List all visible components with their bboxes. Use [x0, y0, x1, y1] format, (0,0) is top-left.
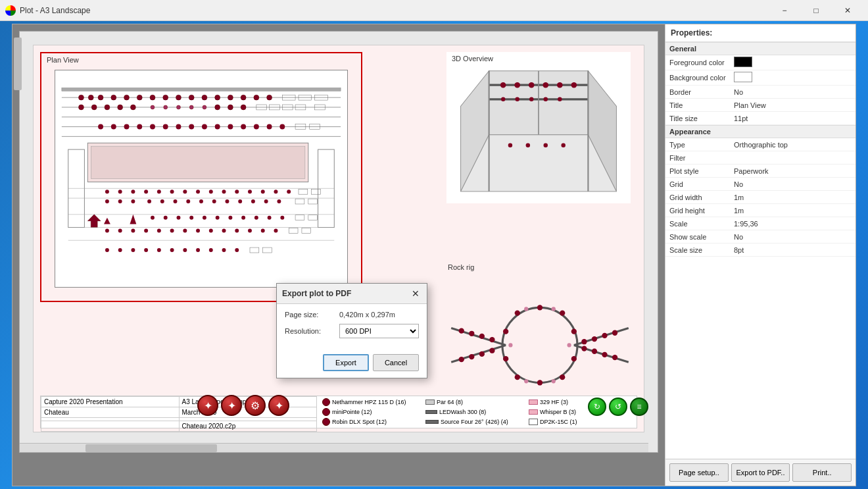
svg-point-172 [469, 331, 474, 336]
prop-plot-style[interactable]: Plot style Paperwork [665, 165, 856, 178]
svg-point-45 [98, 124, 103, 130]
svg-point-31 [164, 105, 168, 109]
svg-point-9 [111, 95, 116, 100]
minimize-button[interactable]: − [769, 0, 800, 21]
svg-point-159 [529, 97, 533, 101]
export-pdf-button[interactable]: Export to PDF.. [731, 463, 790, 482]
svg-point-56 [241, 124, 246, 130]
properties-header: Properties: [665, 24, 856, 42]
svg-point-203 [592, 349, 597, 354]
section-general: General [665, 42, 856, 55]
v-scrollbar-thumb[interactable] [14, 38, 22, 90]
svg-point-151 [514, 82, 520, 88]
svg-point-35 [215, 105, 220, 110]
prop-foreground-color[interactable]: Foreground color [665, 55, 856, 70]
svg-point-66 [131, 190, 135, 193]
svg-point-88 [186, 199, 190, 203]
svg-point-171 [459, 328, 464, 333]
svg-point-189 [515, 311, 520, 316]
svg-point-188 [503, 329, 508, 334]
legend-label-0: Nethammer HPZ 115 D (16) [332, 399, 406, 405]
dialog-close-button[interactable]: ✕ [410, 288, 422, 299]
prop-scale-size[interactable]: Scale size 8pt [665, 244, 856, 257]
plan-view-box[interactable]: Plan View [40, 52, 362, 302]
svg-point-48 [137, 124, 142, 130]
toolbar-btn-4[interactable]: ✦ [268, 395, 289, 416]
app-icon [5, 5, 16, 16]
svg-point-47 [124, 124, 130, 130]
toolbar-btn-1[interactable]: ✦ [197, 395, 218, 416]
plan-view-inner [55, 70, 348, 288]
svg-point-134 [144, 248, 148, 252]
prop-type-value: Orthographic top [731, 140, 856, 150]
section-appearance: Appearance [665, 125, 856, 138]
prop-grid-width[interactable]: Grid width 1m [665, 191, 856, 204]
toolbar-btn-2[interactable]: ✦ [221, 395, 242, 416]
resolution-select[interactable]: 600 DPI 150 DPI 300 DPI 1200 DPI [339, 324, 419, 338]
svg-point-28 [118, 105, 123, 110]
svg-point-15 [189, 95, 194, 100]
status-btn-1[interactable]: ↻ [588, 398, 606, 416]
background-color-swatch[interactable] [734, 72, 752, 82]
prop-border-label: Border [665, 87, 731, 97]
prop-grid[interactable]: Grid No [665, 178, 856, 191]
svg-rect-128 [302, 228, 311, 233]
svg-rect-96 [295, 199, 304, 204]
canvas-area[interactable]: Plan View [12, 24, 665, 486]
svg-point-154 [557, 82, 563, 88]
prop-border[interactable]: Border No [665, 86, 856, 99]
cancel-button[interactable]: Cancel [373, 354, 419, 371]
resolution-row: Resolution: 600 DPI 150 DPI 300 DPI 1200… [285, 324, 419, 338]
svg-point-184 [560, 374, 565, 380]
page-setup-button[interactable]: Page setup.. [669, 463, 729, 482]
prop-plot-style-value: Paperwork [731, 166, 856, 176]
maximize-button[interactable]: □ [801, 0, 831, 21]
prop-background-color[interactable]: Background color [665, 70, 856, 86]
svg-point-86 [160, 199, 164, 203]
overview-label: 3D Overview [452, 55, 493, 63]
prop-filter[interactable]: Filter [665, 151, 856, 165]
legend-icon-8 [529, 419, 538, 425]
prop-grid-height[interactable]: Grid height 1m [665, 204, 856, 217]
rockrig-svg [448, 284, 632, 409]
print-button[interactable]: Print.. [792, 463, 852, 482]
legend-item-3: miniPointe (12) [322, 407, 425, 417]
svg-point-52 [189, 124, 194, 130]
svg-point-181 [560, 311, 565, 316]
svg-point-150 [500, 82, 506, 88]
svg-point-14 [176, 95, 181, 100]
export-button[interactable]: Export [323, 354, 369, 371]
svg-point-64 [105, 190, 109, 193]
svg-point-120 [196, 228, 200, 232]
svg-point-73 [222, 190, 226, 193]
svg-point-178 [489, 348, 494, 353]
svg-point-199 [592, 336, 597, 342]
status-btn-2[interactable]: ↺ [609, 398, 627, 416]
svg-point-107 [254, 216, 258, 220]
prop-type[interactable]: Type Orthographic top [665, 138, 856, 151]
toolbar-btn-3[interactable]: ⚙ [245, 395, 266, 416]
prop-show-scale[interactable]: Show scale No [665, 230, 856, 244]
svg-point-36 [228, 105, 233, 110]
h-scrollbar-thumb[interactable] [85, 444, 217, 452]
svg-point-20 [254, 95, 259, 100]
prop-title[interactable]: Title Plan View [665, 99, 856, 112]
legend-icon-7 [425, 420, 439, 424]
prop-scale-size-label: Scale size [665, 245, 731, 255]
status-btn-3[interactable]: ≡ [630, 398, 648, 416]
svg-point-34 [203, 105, 206, 109]
prop-foreground-label: Foreground color [665, 57, 731, 68]
prop-show-scale-value: No [731, 232, 856, 242]
horizontal-scrollbar[interactable] [20, 443, 648, 452]
svg-point-55 [228, 124, 233, 130]
legend-label-5: Whisper B (3) [540, 409, 576, 415]
legend-label-2: 329 HF (3) [540, 399, 568, 405]
prop-title-size[interactable]: Title size 11pt [665, 112, 856, 125]
svg-point-106 [241, 216, 245, 220]
svg-point-11 [137, 95, 142, 100]
svg-point-30 [151, 105, 155, 109]
prop-scale[interactable]: Scale 1:95,36 [665, 217, 856, 230]
foreground-color-swatch[interactable] [734, 57, 752, 67]
svg-point-168 [561, 143, 565, 147]
close-button[interactable]: ✕ [832, 0, 863, 21]
